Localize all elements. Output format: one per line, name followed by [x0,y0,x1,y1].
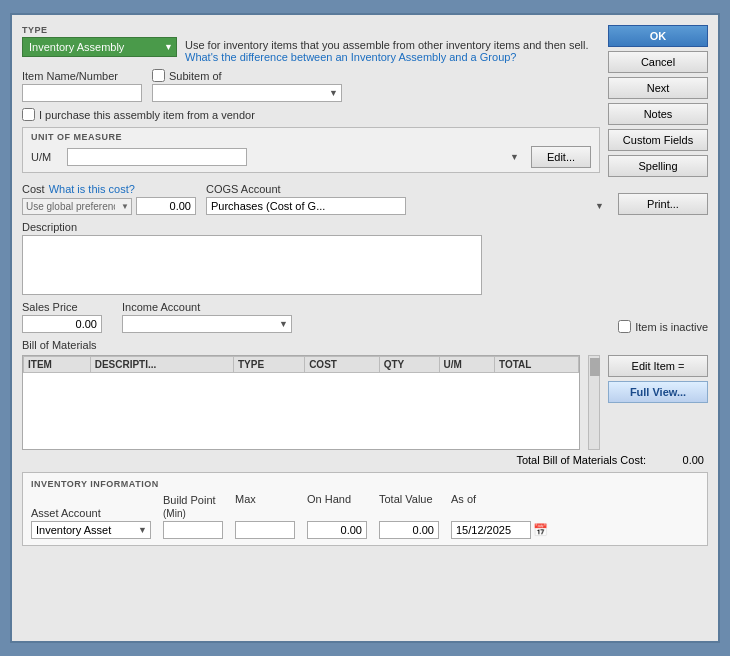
inv-section-label: INVENTORY INFORMATION [31,479,699,489]
bom-col-desc: DESCRIPTI... [90,357,233,373]
income-select[interactable] [122,315,292,333]
on-hand-label: On Hand [307,493,367,505]
custom-fields-button[interactable]: Custom Fields [608,129,708,151]
subitem-checkbox[interactable] [152,69,165,82]
global-dropdown[interactable]: Use global preference ▼ [22,198,132,215]
description-label: Description [22,221,708,233]
type-dropdown-wrapper[interactable]: Inventory Assembly ▼ [22,37,177,57]
bom-scrollbar-track[interactable] [588,355,600,450]
notes-button[interactable]: Notes [608,103,708,125]
right-panel: OK Cancel Next Notes Custom Fields Spell… [608,25,708,177]
type-description: Use for inventory items that you assembl… [185,39,589,51]
income-account-col: Income Account ▼ [122,301,292,333]
bom-scroll-area[interactable] [23,373,579,445]
print-area: Print... [618,193,708,215]
income-account-label: Income Account [122,301,292,313]
cost-link[interactable]: What is this cost? [49,183,135,195]
asset-select[interactable]: Inventory Asset [31,521,151,539]
type-link[interactable]: What's the difference between an Invento… [185,51,516,63]
total-bom-value: 0.00 [654,454,704,466]
inactive-checkbox[interactable] [618,320,631,333]
global-select[interactable]: Use global preference [22,198,132,215]
bom-table-container: ITEM DESCRIPTI... TYPE COST QTY U/M TOTA… [22,355,580,450]
uom-inner: U/M ▼ Edit... [31,146,591,168]
bom-col-total: TOTAL [495,357,579,373]
bom-table-area: ITEM DESCRIPTI... TYPE COST QTY U/M TOTA… [22,355,708,450]
edit-item-button[interactable]: Edit Item = [608,355,708,377]
cost-section: Cost What is this cost? Use global prefe… [22,183,196,215]
sales-price-input[interactable] [22,315,102,333]
uom-dropdown-wrapper[interactable]: ▼ [67,148,523,166]
total-value-label: Total Value [379,493,439,505]
bom-buttons: Edit Item = Full View... [608,355,708,450]
max-input[interactable] [235,521,295,539]
item-name-row: Item Name/Number Subitem of ▼ [22,69,600,102]
spelling-button[interactable]: Spelling [608,155,708,177]
type-select[interactable]: Inventory Assembly [22,37,177,57]
purchase-checkbox[interactable] [22,108,35,121]
cogs-select[interactable]: Purchases (Cost of G... [206,197,406,215]
asset-account-col: Asset Account Inventory Asset ▼ [31,507,151,539]
sales-income-row: Sales Price Income Account ▼ Item is ina… [22,301,708,333]
subitem-label: Subitem of [169,70,222,82]
bom-col-qty: QTY [379,357,439,373]
purchase-row: I purchase this assembly item from a ven… [22,108,600,121]
next-button[interactable]: Next [608,77,708,99]
purchase-label: I purchase this assembly item from a ven… [39,109,255,121]
uom-edit-button[interactable]: Edit... [531,146,591,168]
item-name-input[interactable] [22,84,142,102]
bom-label: Bill of Materials [22,339,708,351]
income-dropdown-wrapper[interactable]: ▼ [122,315,292,333]
cogs-section: COGS Account Purchases (Cost of G... ▼ [206,183,608,215]
inactive-label: Item is inactive [635,321,708,333]
bom-col-cost: COST [305,357,380,373]
uom-arrow-icon: ▼ [510,152,519,162]
cost-input[interactable] [136,197,196,215]
bom-col-item: ITEM [24,357,91,373]
calendar-icon[interactable]: 📅 [533,523,548,537]
build-point-input[interactable] [163,521,223,539]
uom-section: UNIT OF MEASURE U/M ▼ Edit... [22,127,600,173]
asset-dropdown-wrapper[interactable]: Inventory Asset ▼ [31,521,151,539]
um-label: U/M [31,151,59,163]
cogs-arrow-icon: ▼ [595,201,604,211]
sales-price-col: Sales Price [22,301,102,333]
date-field-wrap: 📅 [451,521,548,539]
total-bom-row: Total Bill of Materials Cost: 0.00 [22,454,708,466]
as-of-label: As of [451,493,548,505]
subitem-dropdown-wrapper[interactable]: ▼ [152,84,342,102]
cogs-dropdown-wrapper[interactable]: Purchases (Cost of G... ▼ [206,197,608,215]
max-col: Max [235,493,295,539]
bom-col-um: U/M [439,357,494,373]
build-point-label: Build Point [163,494,223,506]
as-of-col: As of 📅 [451,493,548,539]
cancel-button[interactable]: Cancel [608,51,708,73]
inv-fields-row: Asset Account Inventory Asset ▼ Build Po… [31,493,699,539]
sales-price-label: Sales Price [22,301,102,313]
on-hand-input[interactable] [307,521,367,539]
total-value-col: Total Value [379,493,439,539]
description-textarea[interactable] [22,235,482,295]
type-label: TYPE [22,25,600,35]
cost-cogs-row: Cost What is this cost? Use global prefe… [22,183,708,215]
full-view-button[interactable]: Full View... [608,381,708,403]
type-section: TYPE Inventory Assembly ▼ Use for invent… [22,25,600,63]
cost-inputs-row: Use global preference ▼ [22,197,196,215]
print-button[interactable]: Print... [618,193,708,215]
bom-table: ITEM DESCRIPTI... TYPE COST QTY U/M TOTA… [23,356,579,373]
cogs-label: COGS Account [206,183,608,195]
total-value-input[interactable] [379,521,439,539]
type-info: Use for inventory items that you assembl… [185,37,600,63]
ok-button[interactable]: OK [608,25,708,47]
item-name-label: Item Name/Number [22,70,142,82]
description-section: Description [22,221,708,295]
max-label: Max [235,493,295,505]
uom-select[interactable] [67,148,247,166]
asset-account-label: Asset Account [31,507,151,519]
build-point-col: Build Point (Min) [163,494,223,539]
main-dialog: TYPE Inventory Assembly ▼ Use for invent… [10,13,720,643]
subitem-select[interactable] [152,84,342,102]
as-of-input[interactable] [451,521,531,539]
top-row: TYPE Inventory Assembly ▼ Use for invent… [22,25,708,177]
uom-section-label: UNIT OF MEASURE [31,132,591,142]
